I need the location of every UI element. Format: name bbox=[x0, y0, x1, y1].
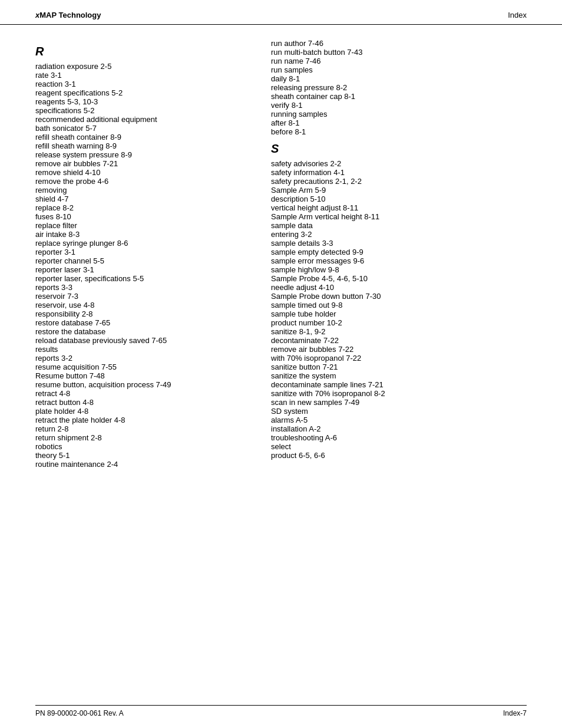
list-item: retract the plate holder 4-8 bbox=[35, 416, 247, 424]
list-item: sample empty detected 9-9 bbox=[271, 248, 513, 256]
list-item: results bbox=[35, 345, 247, 354]
header-title: xMAP Technology bbox=[35, 11, 101, 19]
list-item: sample timed out 9-8 bbox=[271, 301, 513, 309]
list-item: Sample Arm 5-9 bbox=[271, 186, 513, 195]
list-item: reporter laser, specifications 5-5 bbox=[35, 274, 247, 283]
header-section: Index bbox=[508, 11, 527, 19]
list-item: sample details 3-3 bbox=[271, 239, 513, 248]
list-item: vertical height adjust 8-11 bbox=[271, 203, 513, 212]
list-item: run author 7-46 bbox=[271, 39, 513, 48]
list-item: needle adjust 4-10 bbox=[271, 283, 513, 292]
list-item: sanitize the system bbox=[271, 371, 513, 380]
list-item: refill sheath container 8-9 bbox=[35, 133, 247, 141]
list-item: product number 10-2 bbox=[271, 318, 513, 327]
list-item: resume button, acquisition process 7-49 bbox=[35, 380, 247, 389]
list-item: Sample Arm vertical height 8-11 bbox=[271, 212, 513, 221]
left-column: R radiation exposure 2-5rate 3-1reaction… bbox=[35, 39, 265, 469]
section-heading-r: R bbox=[35, 45, 247, 58]
list-item: reagents 5-3, 10-3 bbox=[35, 97, 247, 106]
list-item: restore the database bbox=[35, 327, 247, 336]
list-item: Resume button 7-48 bbox=[35, 371, 247, 380]
list-item: remove air bubbles 7-22 bbox=[271, 345, 513, 354]
list-item: sheath container cap 8-1 bbox=[271, 92, 513, 101]
list-item: refill sheath warning 8-9 bbox=[35, 141, 247, 150]
list-item: Sample Probe down button 7-30 bbox=[271, 292, 513, 301]
list-item: air intake 8-3 bbox=[35, 230, 247, 239]
list-item: sample error messages 9-6 bbox=[271, 256, 513, 265]
list-item: removing bbox=[35, 186, 247, 195]
list-item: reservoir, use 4-8 bbox=[35, 301, 247, 309]
list-item: remove shield 4-10 bbox=[35, 168, 247, 177]
section-heading-s: S bbox=[271, 142, 513, 156]
list-item: verify 8-1 bbox=[271, 101, 513, 110]
list-item: decontaminate sample lines 7-21 bbox=[271, 380, 513, 389]
list-item: theory 5-1 bbox=[35, 451, 247, 460]
list-item: SD system bbox=[271, 407, 513, 416]
list-item: reservoir 7-3 bbox=[35, 292, 247, 301]
list-item: select bbox=[271, 442, 513, 451]
list-item: resume acquisition 7-55 bbox=[35, 363, 247, 371]
list-item: remove the probe 4-6 bbox=[35, 177, 247, 186]
list-item: restore database 7-65 bbox=[35, 318, 247, 327]
left-index-entries: radiation exposure 2-5rate 3-1reaction 3… bbox=[35, 62, 247, 469]
right-column: run author 7-46run multi-batch button 7-… bbox=[265, 39, 513, 469]
list-item: retract 4-8 bbox=[35, 389, 247, 398]
list-item: daily 8-1 bbox=[271, 74, 513, 83]
list-item: Sample Probe 4-5, 4-6, 5-10 bbox=[271, 274, 513, 283]
list-item: reaction 3-1 bbox=[35, 80, 247, 88]
list-item: retract button 4-8 bbox=[35, 398, 247, 407]
list-item: reports 3-3 bbox=[35, 283, 247, 292]
list-item: reports 3-2 bbox=[35, 354, 247, 363]
list-item: safety information 4-1 bbox=[271, 168, 513, 177]
list-item: with 70% isopropanol 7-22 bbox=[271, 354, 513, 363]
list-item: before 8-1 bbox=[271, 127, 513, 136]
list-item: routine maintenance 2-4 bbox=[35, 460, 247, 469]
list-item: installation A-2 bbox=[271, 424, 513, 433]
list-item: run name 7-46 bbox=[271, 57, 513, 65]
page-footer: PN 89-00002-00-061 Rev. A Index-7 bbox=[35, 705, 527, 717]
list-item: description 5-10 bbox=[271, 195, 513, 203]
list-item: running samples bbox=[271, 110, 513, 118]
list-item: specifications 5-2 bbox=[35, 106, 247, 115]
list-item: responsibility 2-8 bbox=[35, 309, 247, 318]
list-item: remove air bubbles 7-21 bbox=[35, 159, 247, 168]
list-item: entering 3-2 bbox=[271, 230, 513, 239]
list-item: reporter 3-1 bbox=[35, 248, 247, 256]
list-item: fuses 8-10 bbox=[35, 212, 247, 221]
list-item: recommended additional equipment bbox=[35, 115, 247, 124]
list-item: return shipment 2-8 bbox=[35, 433, 247, 442]
list-item: reporter channel 5-5 bbox=[35, 256, 247, 265]
list-item: sample tube holder bbox=[271, 309, 513, 318]
list-item: reagent specifications 5-2 bbox=[35, 88, 247, 97]
footer-page: Index-7 bbox=[503, 709, 527, 717]
list-item: run samples bbox=[271, 65, 513, 74]
list-item: sanitize button 7-21 bbox=[271, 363, 513, 371]
header-title-bold: MAP Technology bbox=[39, 11, 101, 19]
list-item: bath sonicator 5-7 bbox=[35, 124, 247, 133]
footer-pn: PN 89-00002-00-061 Rev. A bbox=[35, 709, 124, 717]
list-item: plate holder 4-8 bbox=[35, 407, 247, 416]
right-index-entries: safety advisories 2-2safety information … bbox=[271, 159, 513, 460]
list-item: return 2-8 bbox=[35, 424, 247, 433]
list-item: run multi-batch button 7-43 bbox=[271, 48, 513, 57]
list-item: replace filter bbox=[35, 221, 247, 230]
page: xMAP Technology Index R radiation exposu… bbox=[0, 0, 562, 728]
list-item: after 8-1 bbox=[271, 118, 513, 127]
list-item: scan in new samples 7-49 bbox=[271, 398, 513, 407]
list-item: safety precautions 2-1, 2-2 bbox=[271, 177, 513, 186]
main-content: R radiation exposure 2-5rate 3-1reaction… bbox=[0, 25, 562, 498]
list-item: decontaminate 7-22 bbox=[271, 336, 513, 345]
list-item: replace 8-2 bbox=[35, 203, 247, 212]
list-item: releasing pressure 8-2 bbox=[271, 83, 513, 92]
list-item: reporter laser 3-1 bbox=[35, 265, 247, 274]
list-item: sample data bbox=[271, 221, 513, 230]
page-header: xMAP Technology Index bbox=[0, 0, 562, 25]
list-item: radiation exposure 2-5 bbox=[35, 62, 247, 71]
list-item: robotics bbox=[35, 442, 247, 451]
list-item: sanitize with 70% isopropanol 8-2 bbox=[271, 389, 513, 398]
list-item: rate 3-1 bbox=[35, 71, 247, 80]
list-item: sanitize 8-1, 9-2 bbox=[271, 327, 513, 336]
list-item: reload database previously saved 7-65 bbox=[35, 336, 247, 345]
list-item: product 6-5, 6-6 bbox=[271, 451, 513, 460]
list-item: sample high/low 9-8 bbox=[271, 265, 513, 274]
